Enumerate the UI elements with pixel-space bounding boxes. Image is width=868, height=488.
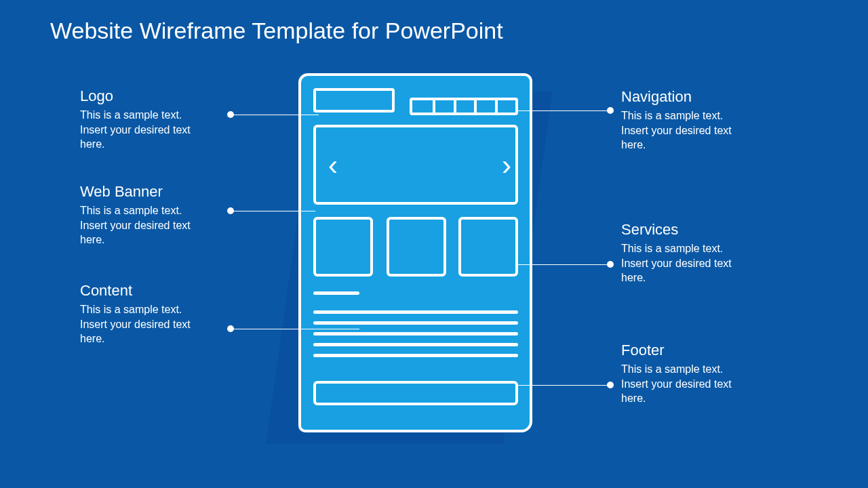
- connector-dot: [607, 107, 614, 114]
- connector-line: [515, 110, 610, 111]
- callout-web-banner: Web Banner This is a sample text. Insert…: [80, 183, 250, 247]
- callout-navigation-heading: Navigation: [621, 88, 791, 106]
- wireframe-banner-box: [313, 125, 518, 205]
- callout-web-banner-heading: Web Banner: [80, 183, 250, 201]
- callout-services-heading: Services: [621, 221, 791, 239]
- connector-dot: [227, 111, 234, 118]
- wireframe-logo-box: [313, 88, 395, 113]
- wireframe-service-box: [313, 217, 373, 277]
- connector-line: [231, 211, 315, 211]
- connector-line: [231, 115, 319, 115]
- chevron-right-icon: ›: [502, 149, 511, 182]
- callout-navigation: Navigation This is a sample text. Insert…: [621, 88, 791, 152]
- connector-dot: [607, 261, 614, 268]
- callout-services-body: This is a sample text. Insert your desir…: [621, 241, 791, 285]
- callout-logo-heading: Logo: [80, 87, 250, 105]
- connector-line: [515, 264, 610, 265]
- callout-services: Services This is a sample text. Insert y…: [621, 221, 791, 285]
- wireframe-content-line: [313, 343, 518, 346]
- callout-footer: Footer This is a sample text. Insert you…: [621, 342, 791, 406]
- connector-dot: [227, 207, 234, 214]
- wireframe-content-line: [313, 332, 518, 336]
- callout-logo-body: This is a sample text. Insert your desir…: [80, 108, 250, 152]
- callout-footer-body: This is a sample text. Insert your desir…: [621, 362, 791, 406]
- callout-navigation-body: This is a sample text. Insert your desir…: [621, 108, 791, 152]
- connector-dot: [607, 382, 614, 388]
- wireframe-service-box: [387, 217, 446, 277]
- wireframe-footer-box: [313, 381, 518, 405]
- callout-footer-heading: Footer: [621, 342, 791, 359]
- connector-dot: [227, 325, 234, 332]
- wireframe-service-box: [458, 217, 518, 277]
- callout-web-banner-body: This is a sample text. Insert your desir…: [80, 203, 250, 247]
- wireframe-content-line: [313, 321, 518, 325]
- slide-title: Website Wireframe Template for PowerPoin…: [50, 18, 503, 44]
- chevron-left-icon: ‹: [328, 149, 338, 182]
- callout-content-heading: Content: [80, 282, 250, 300]
- connector-line: [231, 329, 359, 329]
- wireframe-content-line: [313, 354, 518, 357]
- callout-logo: Logo This is a sample text. Insert your …: [80, 87, 250, 152]
- wireframe-content-heading-line: [313, 291, 359, 295]
- callout-content: Content This is a sample text. Insert yo…: [80, 282, 250, 346]
- wireframe-page: ‹ ›: [298, 73, 532, 432]
- callout-content-body: This is a sample text. Insert your desir…: [80, 302, 250, 346]
- wireframe-navbar: [410, 98, 518, 115]
- connector-line: [515, 385, 610, 386]
- wireframe-content-line: [313, 310, 518, 314]
